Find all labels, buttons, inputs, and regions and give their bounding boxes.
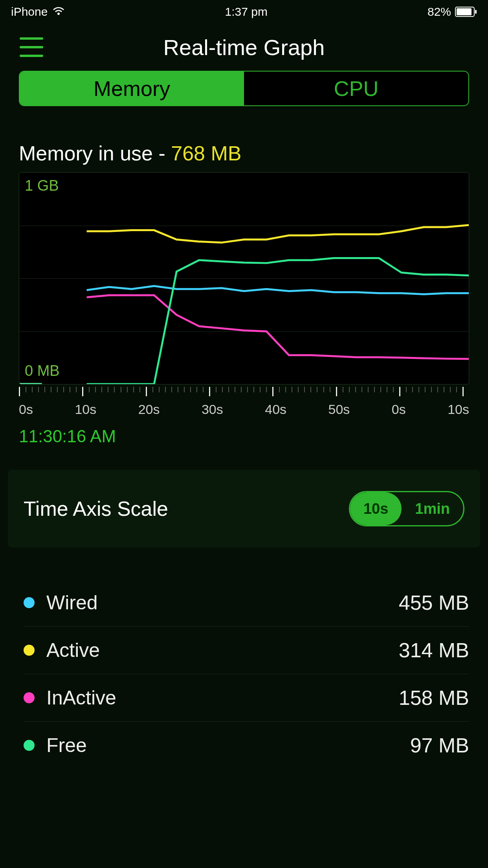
x-label: 20s: [138, 402, 160, 417]
legend-row: Free97 MB: [24, 722, 469, 769]
legend-name: Wired: [46, 591, 399, 614]
menu-button[interactable]: [20, 37, 43, 57]
hamburger-icon-bar: [20, 46, 43, 48]
memory-in-use-label: Memory in use -: [19, 142, 171, 165]
tab-memory[interactable]: Memory: [20, 72, 244, 105]
hamburger-icon-bar: [20, 37, 43, 40]
legend-name: InActive: [46, 686, 399, 709]
legend-row: Active314 MB: [24, 627, 469, 674]
status-bar: iPhone 1:37 pm 82%: [0, 0, 488, 24]
memory-in-use-value: 768 MB: [171, 142, 241, 165]
svg-rect-2: [475, 10, 477, 14]
x-axis-labels: 0s10s20s30s40s50s0s10s: [19, 402, 469, 417]
clock: 1:37 pm: [225, 5, 267, 18]
legend-dot: [24, 597, 35, 608]
legend-value: 97 MB: [410, 734, 469, 757]
scale-option-10s[interactable]: 10s: [350, 492, 402, 525]
x-axis-ticks: [19, 387, 469, 398]
time-scale-label: Time Axis Scale: [24, 497, 168, 520]
chart-lines: [19, 173, 469, 384]
x-label: 30s: [202, 402, 223, 417]
page-title: Real-time Graph: [163, 35, 325, 60]
x-label: 10s: [75, 402, 96, 417]
legend-value: 314 MB: [399, 638, 469, 662]
x-label: 50s: [328, 402, 350, 417]
wifi-icon: [52, 7, 65, 17]
time-scale-section: Time Axis Scale 10s 1min: [8, 470, 480, 548]
legend-row: InActive158 MB: [24, 674, 469, 722]
memory-in-use: Memory in use - 768 MB: [0, 106, 488, 172]
x-label: 0s: [19, 402, 33, 417]
legend-value: 455 MB: [399, 591, 469, 614]
tab-cpu[interactable]: CPU: [244, 72, 468, 105]
legend-dot: [24, 645, 35, 656]
graph-type-segmented: Memory CPU: [19, 71, 469, 106]
app-header: Real-time Graph: [0, 24, 488, 71]
legend-value: 158 MB: [399, 686, 469, 710]
chart-timestamp: 11:30:16 AM: [0, 417, 488, 446]
legend-dot: [24, 692, 35, 703]
scale-option-1min[interactable]: 1min: [402, 492, 463, 525]
time-scale-toggle: 10s 1min: [349, 491, 464, 526]
battery-icon: [455, 7, 477, 17]
memory-chart: 1 GB 0 MB: [19, 172, 469, 384]
battery-percent: 82%: [427, 5, 451, 18]
legend-dot: [24, 740, 35, 751]
svg-rect-1: [457, 8, 471, 15]
x-label: 10s: [448, 402, 469, 417]
memory-legend: Wired455 MBActive314 MBInActive158 MBFre…: [0, 548, 488, 769]
legend-row: Wired455 MB: [24, 579, 469, 627]
legend-name: Free: [46, 734, 410, 757]
x-label: 40s: [265, 402, 286, 417]
hamburger-icon-bar: [20, 55, 43, 57]
legend-name: Active: [46, 639, 399, 662]
carrier-label: iPhone: [11, 5, 48, 18]
x-label: 0s: [392, 402, 406, 417]
